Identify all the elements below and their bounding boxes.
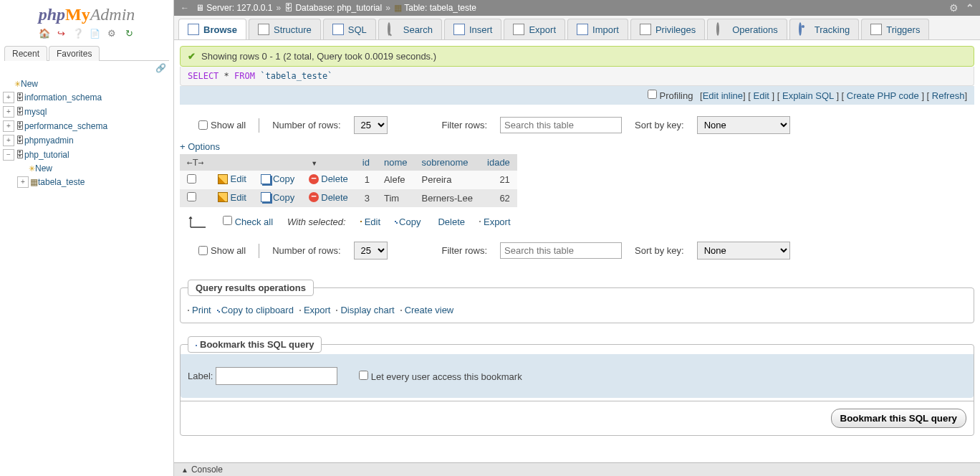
row-edit[interactable]: Edit [218,173,246,184]
tree-db-performance-schema[interactable]: performance_schema [24,121,107,131]
logout-icon[interactable] [56,28,67,39]
bookmark-label-input[interactable] [216,367,337,385]
breadcrumb-server[interactable]: 127.0.0.1 [236,3,272,13]
col-idade[interactable]: idade [487,157,510,168]
collapse-icon[interactable] [3,149,14,161]
show-all-checkbox[interactable] [198,246,208,255]
arrow-up-icon [187,214,208,229]
cell-sobrenome: Pereira [414,171,480,189]
tab-export[interactable]: Export [504,19,565,39]
copy-icon [261,192,271,202]
tab-sql[interactable]: SQL [323,19,376,39]
explain-sql-link[interactable]: Explain SQL [782,90,834,101]
tree-new-table[interactable]: New [35,163,52,173]
profiling-label: Profiling [660,90,693,101]
database-icon [16,150,24,160]
row-copy[interactable]: Copy [261,192,294,203]
tree-db-mysql[interactable]: mysql [24,107,47,117]
tree-db-phpmyadmin[interactable]: phpmyadmin [24,135,74,146]
row-checkbox[interactable] [187,192,196,201]
bulk-export[interactable]: Export [479,216,511,227]
edit-link[interactable]: Edit [754,90,769,101]
row-copy[interactable]: Copy [261,173,294,184]
create-php-link[interactable]: Create PHP code [847,90,919,101]
sql-query-icon[interactable] [90,28,101,39]
breadcrumb-table[interactable]: tabela_teste [430,3,476,13]
collapse-top-icon[interactable] [966,2,974,14]
tab-search[interactable]: Search [378,19,442,39]
pencil-icon [360,221,362,222]
tab-browse[interactable]: Browse [178,19,246,39]
cell-idade: 21 [480,171,517,189]
copy-icon [261,174,271,184]
tab-privileges[interactable]: Privileges [630,19,705,39]
sort-select[interactable]: None [697,242,790,260]
phpmyadmin-logo[interactable]: phpMyAdmin [0,2,173,24]
expand-icon[interactable] [3,92,14,103]
refresh-link[interactable]: Refresh [932,90,965,101]
qro-chart[interactable]: Display chart [336,305,394,315]
logo-php: php [39,5,65,24]
expand-icon[interactable] [3,135,14,146]
expand-icon[interactable] [3,106,14,118]
row-delete[interactable]: Delete [309,192,348,203]
cell-nome: Alefe [377,171,415,189]
qro-export[interactable]: Export [299,305,331,315]
tree-db-php-tutorial[interactable]: php_tutorial [24,150,69,160]
qro-view[interactable]: Create view [400,305,454,315]
sort-select[interactable]: None [697,116,790,134]
tab-tracking[interactable]: Tracking [789,19,859,39]
qro-copy-clipboard[interactable]: Copy to clipboard [217,305,294,315]
sort-caret-icon[interactable]: ▼ [311,160,317,167]
insert-icon [453,24,465,35]
tab-recent[interactable]: Recent [4,46,47,61]
options-toggle[interactable]: + Options [180,141,220,152]
reload-icon[interactable] [123,28,135,39]
home-icon[interactable] [39,28,50,39]
tab-operations[interactable]: Operations [707,19,787,39]
new-db-icon [14,79,21,89]
privileges-icon [640,24,651,35]
export-icon [479,221,481,222]
col-id[interactable]: id [362,157,370,168]
nav-arrows-icon[interactable]: ←T→ [187,157,203,168]
row-edit[interactable]: Edit [218,192,246,203]
tab-structure[interactable]: Structure [249,19,321,39]
docs-icon[interactable] [72,28,84,39]
num-rows-label: Number of rows: [272,120,340,130]
page-settings-icon[interactable] [949,2,959,14]
num-rows-select[interactable]: 25 [354,116,388,134]
nav-collapse-icon[interactable]: ← [180,3,190,13]
bulk-edit[interactable]: Edit [360,216,380,227]
tree-new-db[interactable]: New [21,79,38,89]
col-nome[interactable]: nome [384,157,408,168]
row-delete[interactable]: Delete [309,173,348,184]
filter-input[interactable] [500,117,622,133]
bookmark-public-checkbox[interactable] [359,371,368,380]
console-bar[interactable]: ▲ Console [174,462,980,476]
num-rows-select[interactable]: 25 [354,242,388,260]
row-checkbox[interactable] [187,174,196,184]
bookmark-submit-button[interactable]: Bookmark this SQL query [831,409,966,428]
tab-import[interactable]: Import [567,19,628,39]
check-all-checkbox[interactable] [223,216,232,225]
tab-favorites[interactable]: Favorites [49,46,100,61]
edit-inline-link[interactable]: Edit inline [703,90,743,101]
tree-table-tabela-teste[interactable]: tabela_teste [38,177,85,187]
show-all-checkbox[interactable] [198,120,208,130]
check-all-link[interactable]: Check all [235,216,273,227]
tree-db-information-schema[interactable]: information_schema [24,92,102,103]
filter-input[interactable] [500,242,622,259]
qro-print[interactable]: Print [188,305,211,315]
breadcrumb-database[interactable]: php_tutorial [337,3,383,13]
bulk-copy[interactable]: Copy [395,216,421,227]
expand-icon[interactable] [3,120,14,132]
profiling-checkbox[interactable] [648,90,657,99]
expand-icon[interactable] [17,176,29,188]
bulk-delete[interactable]: Delete [435,216,465,227]
col-sobrenome[interactable]: sobrenome [421,157,468,168]
link-icon[interactable] [155,62,166,73]
tab-triggers[interactable]: Triggers [861,19,929,39]
tab-insert[interactable]: Insert [444,19,502,39]
settings-icon[interactable] [106,28,117,39]
